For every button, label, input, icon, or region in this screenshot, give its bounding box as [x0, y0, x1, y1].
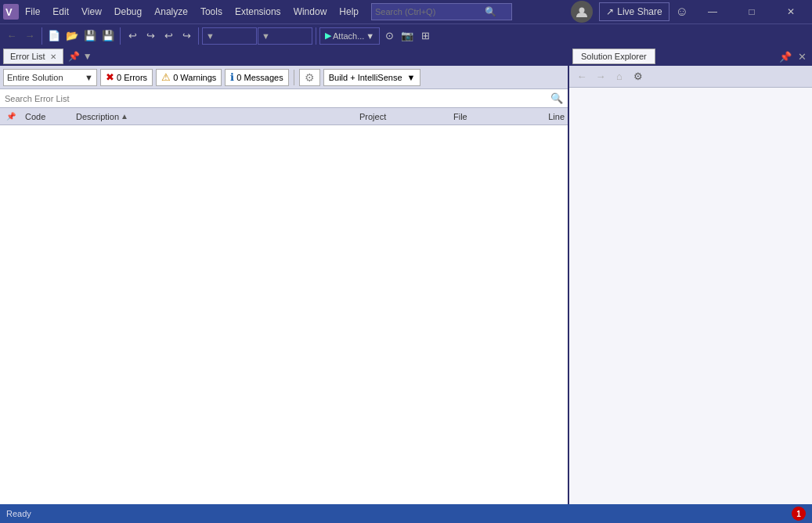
account-icon[interactable]	[571, 1, 593, 23]
extra-button[interactable]: ⊞	[417, 27, 434, 45]
project-col-label: Project	[359, 112, 386, 121]
redo2-button[interactable]: ↪	[178, 27, 195, 45]
open-file-button[interactable]: 📂	[63, 27, 81, 45]
global-search-input[interactable]	[375, 7, 485, 16]
notification-badge[interactable]: 1	[792, 507, 806, 521]
platform-dropdown-label: ▼	[262, 31, 270, 41]
scope-label: Entire Solution	[7, 73, 63, 82]
col-project-header[interactable]: Project	[356, 112, 450, 121]
sol-home-button[interactable]: ⌂	[612, 69, 627, 85]
status-text: Ready	[6, 509, 792, 518]
col-description-header[interactable]: Description ▲	[73, 112, 356, 121]
live-share-icon: ↗	[606, 6, 614, 17]
ready-label: Ready	[6, 509, 31, 518]
solution-tab-label: Solution Explorer	[581, 52, 647, 61]
config-dropdown[interactable]: ▼	[202, 27, 257, 45]
error-search-input[interactable]	[5, 94, 550, 103]
menu-analyze[interactable]: Analyze	[148, 3, 194, 20]
warnings-filter-button[interactable]: ⚠ 0 Warnings	[156, 69, 222, 86]
vs-logo: V	[3, 4, 19, 20]
error-list-tab-label: Error List	[10, 52, 45, 61]
live-share-button[interactable]: ↗ Live Share	[599, 2, 669, 21]
build-dropdown[interactable]: Build + IntelliSense ▼	[323, 69, 421, 86]
minimize-button[interactable]: —	[695, 0, 731, 23]
global-search-icon: 🔍	[485, 6, 496, 17]
redo-button[interactable]: ↪	[142, 27, 159, 45]
error-search-bar[interactable]: 🔍	[0, 89, 568, 108]
error-search-icon[interactable]: 🔍	[550, 92, 563, 104]
save-button[interactable]: 💾	[81, 27, 99, 45]
back-button[interactable]: ←	[3, 27, 20, 45]
toolbar-group-debug: ▶ Attach... ▼ ⊙ 📷 ⊞	[319, 27, 437, 45]
solution-toolbar: ← → ⌂ ⚙	[569, 66, 812, 88]
pause-button[interactable]: ⊙	[381, 27, 398, 45]
save-all-button[interactable]: 💾	[99, 27, 117, 45]
undo-button[interactable]: ↩	[124, 27, 141, 45]
pin-icon: 📌	[6, 112, 16, 121]
scope-dropdown[interactable]: Entire Solution ▼	[3, 69, 97, 86]
menu-extensions[interactable]: Extensions	[229, 3, 287, 20]
menu-help[interactable]: Help	[333, 3, 365, 20]
camera-button[interactable]: 📷	[399, 27, 416, 45]
sol-forward-button[interactable]: →	[593, 69, 608, 85]
menu-view[interactable]: View	[75, 3, 108, 20]
title-bar: V File Edit View Debug Analyze Tools Ext…	[0, 0, 812, 23]
file-col-label: File	[453, 112, 467, 121]
solution-explorer-tab[interactable]: Solution Explorer	[572, 49, 655, 64]
global-search-box[interactable]: 🔍	[371, 3, 512, 20]
attach-label: Attach...	[333, 31, 364, 41]
build-label: Build + IntelliSense	[329, 73, 402, 82]
error-filter-toolbar: Entire Solution ▼ ✖ 0 Errors ⚠ 0 Warning…	[0, 66, 568, 89]
menu-debug[interactable]: Debug	[108, 3, 148, 20]
error-list-tab-close[interactable]: ✕	[50, 52, 56, 61]
col-line-header[interactable]: Line	[529, 112, 568, 121]
menu-tools[interactable]: Tools	[194, 3, 229, 20]
svg-text:V: V	[5, 6, 13, 18]
titlebar-right: ↗ Live Share ☺ — □ ✕	[568, 0, 809, 23]
warnings-count-label: 0 Warnings	[173, 73, 216, 82]
sort-arrow-icon: ▲	[121, 112, 128, 121]
error-list-panel: Error List ✕ 📌 ▼ Entire Solution ▼ ✖ 0 E…	[0, 47, 569, 504]
toolbar-group-nav: ← →	[3, 27, 42, 45]
svg-point-2	[579, 8, 585, 13]
col-code-header[interactable]: Code	[22, 112, 73, 121]
solution-pin-button[interactable]: 📌	[777, 51, 794, 63]
message-icon: ℹ	[230, 71, 234, 83]
maximize-button[interactable]: □	[734, 0, 770, 23]
messages-count-label: 0 Messages	[236, 73, 283, 82]
line-col-label: Line	[548, 112, 565, 121]
menu-edit[interactable]: Edit	[46, 3, 75, 20]
menu-file[interactable]: File	[19, 3, 46, 20]
forward-button[interactable]: →	[21, 27, 38, 45]
error-list-tab[interactable]: Error List ✕	[3, 49, 63, 64]
attach-button[interactable]: ▶ Attach... ▼	[319, 27, 380, 45]
col-file-header[interactable]: File	[450, 112, 529, 121]
custom-filter-button[interactable]: ⚙	[299, 69, 320, 86]
live-share-label: Live Share	[617, 6, 662, 17]
feedback-button[interactable]: ☺	[673, 3, 691, 20]
toolbar-group-source: ↩ ↪ ↩ ↪	[124, 27, 199, 45]
toolbar-separator	[294, 70, 294, 85]
code-col-label: Code	[25, 112, 45, 121]
close-button[interactable]: ✕	[773, 0, 809, 23]
solution-explorer-panel: Solution Explorer 📌 ✕ ← → ⌂ ⚙	[569, 47, 812, 504]
toolbar-group-file: 📄 📂 💾 💾	[45, 27, 121, 45]
error-table-body	[0, 125, 568, 504]
panel-pin-icon[interactable]: 📌	[68, 51, 80, 62]
status-bar: Ready 1	[0, 504, 812, 523]
errors-filter-button[interactable]: ✖ 0 Errors	[100, 69, 153, 86]
undo2-button[interactable]: ↩	[160, 27, 177, 45]
error-icon: ✖	[106, 71, 114, 83]
messages-filter-button[interactable]: ℹ 0 Messages	[225, 69, 288, 86]
sol-back-button[interactable]: ←	[574, 69, 590, 85]
main-area: Error List ✕ 📌 ▼ Entire Solution ▼ ✖ 0 E…	[0, 47, 812, 504]
sol-settings-button[interactable]: ⚙	[630, 69, 646, 85]
config-dropdown-label: ▼	[206, 31, 215, 41]
platform-dropdown[interactable]: ▼	[258, 27, 312, 45]
panel-menu-icon[interactable]: ▼	[83, 51, 92, 62]
main-toolbar: ← → 📄 📂 💾 💾 ↩ ↪ ↩ ↪ ▼ ▼ ▶ Attach... ▼ ⊙ …	[0, 23, 812, 47]
new-file-button[interactable]: 📄	[45, 27, 63, 45]
menu-window[interactable]: Window	[287, 3, 334, 20]
solution-close-button[interactable]: ✕	[796, 51, 809, 63]
solution-tab-bar: Solution Explorer 📌 ✕	[569, 47, 812, 66]
